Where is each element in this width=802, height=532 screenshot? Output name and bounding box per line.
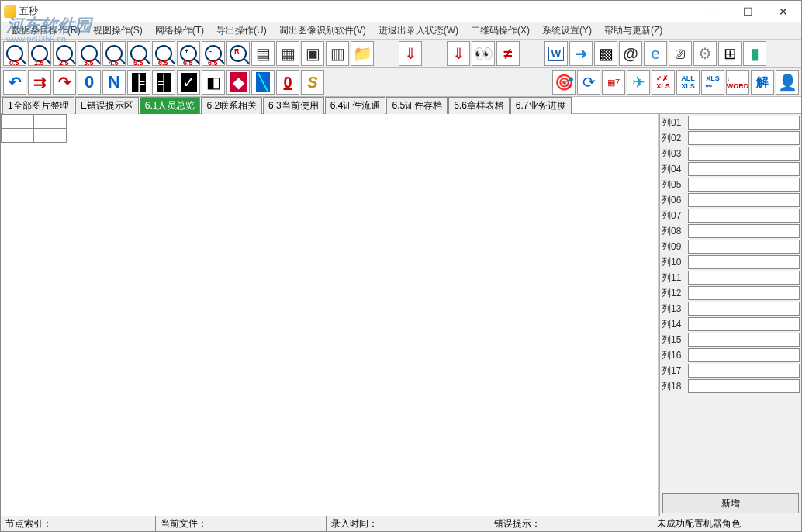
user-icon[interactable]: 👤 — [776, 70, 799, 95]
device-icon[interactable]: ⎚ — [669, 41, 692, 66]
grid-cell[interactable] — [34, 129, 67, 143]
field-row: 列17 — [662, 364, 800, 378]
browser-icon[interactable]: e — [644, 41, 667, 66]
menu-item[interactable]: 网络操作(T) — [149, 22, 210, 39]
grid-cell[interactable] — [2, 115, 34, 129]
menu-item[interactable]: 帮助与更新(Z) — [598, 22, 669, 39]
eyes-button[interactable]: 👀 — [472, 41, 495, 66]
down-button[interactable]: ⇓ — [399, 41, 422, 66]
zero-button[interactable]: 0 — [78, 70, 101, 95]
field-input[interactable] — [688, 116, 800, 130]
field-input[interactable] — [688, 224, 800, 238]
tab[interactable]: 6.6章样表格 — [448, 97, 510, 114]
magnifier-button[interactable]: 6.5 — [152, 41, 175, 66]
field-input[interactable] — [688, 131, 800, 145]
field-label: 列06 — [662, 194, 688, 207]
xls-link-icon[interactable]: XLS⚯ — [701, 70, 724, 95]
check-button[interactable]: ✓ — [177, 70, 200, 95]
field-input[interactable] — [688, 193, 800, 207]
tab[interactable]: 6.4证件流通 — [325, 97, 386, 114]
field-input[interactable] — [688, 271, 800, 285]
xls-check-icon[interactable]: ✓✗XLS — [652, 70, 675, 95]
list-button[interactable]: ▤ — [251, 41, 275, 66]
menu-item[interactable]: 数据条目操作(R) — [5, 22, 87, 39]
field-input[interactable] — [688, 302, 800, 316]
tab[interactable]: 6.2联系相关 — [201, 97, 262, 114]
field-input[interactable] — [688, 286, 800, 300]
diag-button[interactable]: ╲ — [251, 70, 275, 95]
tab[interactable]: 1全部图片整理 — [2, 97, 74, 114]
at-icon[interactable]: @ — [619, 41, 642, 66]
field-input[interactable] — [688, 348, 800, 362]
bars-button[interactable]: ▥ — [326, 41, 349, 66]
magnifier-button[interactable]: 1.5 — [28, 41, 51, 66]
magnifier-button[interactable]: 3.5 — [78, 41, 101, 66]
magnifier-button[interactable]: 0.5 — [3, 41, 26, 66]
field-input[interactable] — [688, 209, 800, 223]
calendar-icon[interactable]: ▦7 — [602, 70, 625, 95]
export-icon[interactable]: ➜ — [569, 41, 593, 66]
gap-button[interactable]: ⇓ — [447, 41, 470, 66]
grid-cell[interactable] — [34, 115, 67, 129]
magnifier-button[interactable]: -6.5 — [202, 41, 225, 66]
maximize-button[interactable]: ☐ — [730, 1, 766, 22]
magnifier-button[interactable]: R — [226, 41, 250, 66]
zero-red-button[interactable]: 0 — [276, 70, 299, 95]
menu-item[interactable]: 系统设置(Y) — [536, 22, 598, 39]
field-input[interactable] — [688, 333, 800, 347]
minimize-button[interactable]: ─ — [694, 1, 730, 22]
menu-item[interactable]: 进退出录入状态(W) — [372, 22, 465, 39]
sync-icon[interactable]: ⟳ — [577, 70, 600, 95]
field-input[interactable] — [688, 364, 800, 378]
tab[interactable]: 6.3当前使用 — [263, 97, 324, 114]
field-input[interactable] — [688, 240, 800, 254]
magnifier-button[interactable]: 4.5 — [102, 41, 126, 66]
add-button[interactable]: 新增 — [662, 493, 799, 513]
s-button[interactable]: S — [301, 70, 324, 95]
undo-button[interactable]: ↶ — [3, 70, 26, 95]
n-button[interactable]: N — [102, 70, 126, 95]
field-input[interactable] — [688, 317, 800, 331]
send-icon[interactable]: ✈ — [627, 70, 650, 95]
menu-item[interactable]: 导出操作(U) — [210, 22, 273, 39]
list2-button[interactable]: ▦ — [276, 41, 299, 66]
settings-icon[interactable]: ⚙ — [693, 41, 717, 66]
data-grid[interactable] — [1, 114, 67, 143]
word-down-icon[interactable]: ↓WORD — [726, 70, 749, 95]
close-button[interactable]: ✕ — [766, 1, 801, 22]
menu-item[interactable]: 视图操作(S) — [87, 22, 149, 39]
not-equal-button[interactable]: ≠ — [496, 41, 520, 66]
tab[interactable]: 6.7业务进度 — [510, 97, 572, 114]
field-input[interactable] — [688, 178, 800, 192]
split-button[interactable]: ◧ — [202, 70, 225, 95]
field-row: 列15 — [662, 333, 800, 347]
redo-next-button[interactable]: ⇉ — [28, 70, 51, 95]
grid-area[interactable] — [1, 114, 659, 516]
magnifier-button[interactable]: 2.5 — [53, 41, 76, 66]
grid-cell[interactable] — [2, 129, 34, 143]
word-icon[interactable]: W — [544, 41, 568, 66]
mark-button[interactable]: ◆ — [226, 70, 250, 95]
qrcode-icon[interactable]: ▩ — [594, 41, 617, 66]
align1-button[interactable]: ╞ — [127, 70, 150, 95]
magnifier-button[interactable]: 5.5 — [127, 41, 150, 66]
redo-button[interactable]: ↷ — [53, 70, 76, 95]
align2-button[interactable]: ╡ — [152, 70, 175, 95]
folder-button[interactable]: 📁 — [351, 41, 374, 66]
field-input[interactable] — [688, 255, 800, 269]
server-icon[interactable]: ▮ — [743, 41, 766, 66]
field-input[interactable] — [688, 379, 800, 393]
tab[interactable]: 6.1人员总览 — [140, 97, 201, 114]
refresh-icon[interactable]: 🎯 — [552, 70, 576, 95]
menu-item[interactable]: 调出图像识别软件(V) — [273, 22, 372, 39]
calc-button[interactable]: ▣ — [301, 41, 324, 66]
ruler-icon[interactable]: ⊞ — [718, 41, 742, 66]
tab[interactable]: 6.5证件存档 — [386, 97, 448, 114]
xls-all-icon[interactable]: ALLXLS — [676, 70, 700, 95]
field-input[interactable] — [688, 162, 800, 176]
tab[interactable]: E错误提示区 — [75, 97, 139, 114]
field-input[interactable] — [688, 147, 800, 161]
magnifier-button[interactable]: +6.5 — [177, 41, 200, 66]
menu-item[interactable]: 二维码操作(X) — [465, 22, 536, 39]
solve-button[interactable]: 解 — [751, 70, 774, 95]
